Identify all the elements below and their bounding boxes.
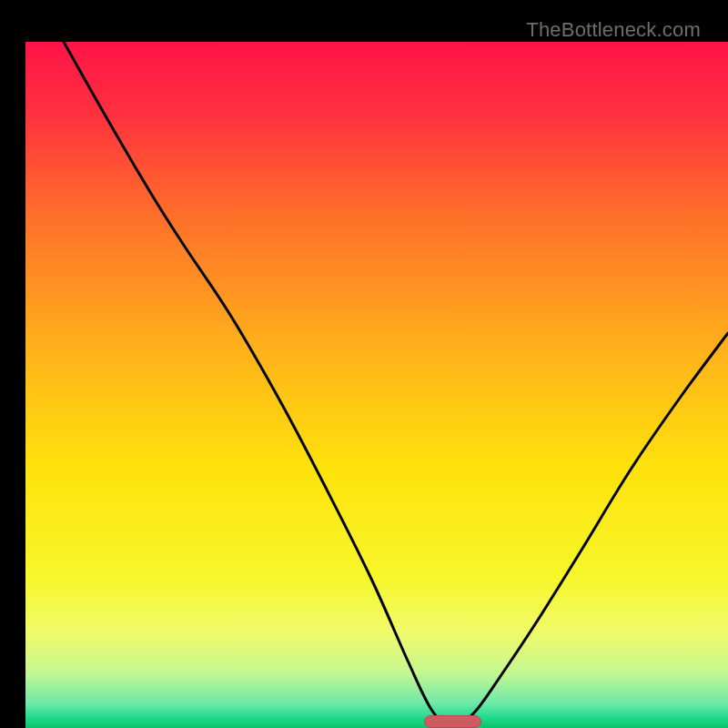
bottleneck-curve: [25, 42, 728, 728]
plot-area: [25, 42, 728, 728]
optimal-marker: [424, 715, 481, 728]
attribution-text: TheBottleneck.com: [526, 18, 701, 42]
chart-frame: TheBottleneck.com: [13, 13, 715, 715]
